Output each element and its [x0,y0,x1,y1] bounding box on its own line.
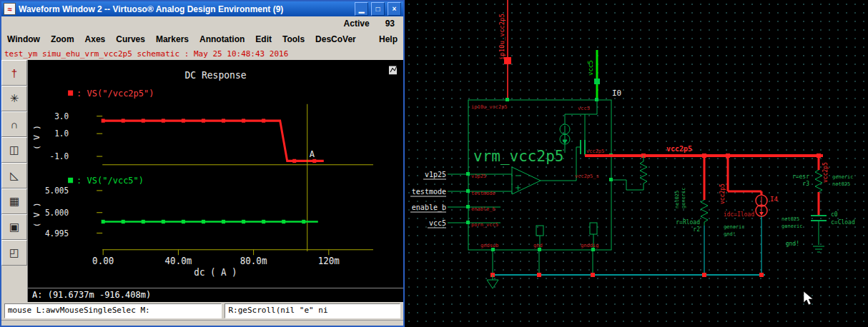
schematic-labels: ip10u_vcc2p5vcc5I0ip10u_vcc2p5vcc5vrm_vc… [412,14,855,248]
schematic-label: v1p25 [425,171,446,178]
screen: ≈ Waveform Window 2 -- Virtuoso® Analog … [0,0,868,327]
schematic-label: vcc2p5 [822,162,829,183]
right-binding-field: R:geScroll(nil "e" ni [225,303,400,318]
vcc2p5-net[interactable] [585,156,823,216]
plot-corner-icon[interactable] [389,66,397,75]
slope-marker-icon[interactable]: ◺ [1,163,27,188]
trace-vcc2p5[interactable] [103,121,324,161]
x-tick: 0.00 [92,256,114,266]
window-resize-edge[interactable] [1,320,403,326]
active-count: 93 [385,19,395,29]
x-axis [102,250,373,255]
window-title: Waveform Window 2 -- Virtuoso® Analog De… [19,4,352,14]
y2-axis-label: ( V ) [31,202,41,227]
legend1-swatch [68,91,73,96]
probe-icon[interactable]: † [1,60,27,86]
left-toolbar: † ✳ ∩ ◫ ◺ ▦ ▣ ◰ [1,60,28,302]
schematic-label: gnd! [724,231,736,237]
schematic-label: vcc2p5 [666,145,692,153]
schematic-label: r2 [693,226,700,233]
schematic-label: vcc2p5 [586,149,604,154]
y1-axis-label: ( V ) [31,125,41,150]
schematic-label: testmode [471,191,495,196]
y1-tick: -1.0 [50,151,69,161]
titlebar[interactable]: ≈ Waveform Window 2 -- Virtuoso® Analog … [1,1,403,16]
marker-readout: A: (91.6737m -916.408m) [28,288,403,302]
schematic-window[interactable]: ip10u_vcc2p5vcc5I0ip10u_vcc2p5vcc5vrm_vc… [405,0,868,327]
minimize-button[interactable]: ▁ [355,2,368,16]
schematic-label: vcc2p5_s [575,173,599,179]
menu-curves[interactable]: Curves [116,34,145,44]
schematic-label: generic [724,224,745,230]
maximize-button[interactable]: □ [371,2,385,16]
menu-axes[interactable]: Axes [85,34,106,44]
sense-resistor[interactable] [640,156,647,190]
x-tick: 80.0m [240,256,267,266]
legend2-swatch [68,178,73,183]
snowflake-icon[interactable]: ✳ [1,86,27,111]
menu-annotation[interactable]: Annotation [199,34,245,44]
schematic-label: vrm_vcc2p5 [473,148,563,165]
schematic-label: r=Rload [676,219,700,226]
schematic-label: idc=Iload [724,211,755,218]
mouse-bindings-field: mouse L:awvMouseSingleSelec M: [4,303,222,318]
menu-zoom[interactable]: Zoom [51,34,74,44]
plot-area[interactable]: DC Response : VS("/vcc2p5") 3.0 1.0 -1.0 [28,60,403,288]
legend1-label: : VS("/vcc2p5") [77,88,154,99]
x-tick: 40.0m [165,256,192,266]
waveform-plot[interactable]: DC Response : VS("/vcc2p5") 3.0 1.0 -1.0 [28,60,403,288]
schematic-label: c0 [831,211,838,218]
schematic-label: I4 [770,196,778,203]
schematic-label: generic [681,187,686,208]
schematic-label: net025 [781,216,799,222]
window-menu-icon[interactable]: ≈ [4,3,16,15]
copy-window-icon[interactable]: ▣ [1,214,27,240]
opamp-symbol[interactable] [512,167,541,194]
menu-edit[interactable]: Edit [255,34,272,44]
schematic-label: gndsub [480,243,498,248]
marker-a-label: A [310,149,315,159]
legend2-label: : VS("/vcc5") [77,175,144,186]
menu-descover[interactable]: DesCoVer [315,34,356,44]
schematic-canvas[interactable]: ip10u_vcc2p5vcc5I0ip10u_vcc2p5vcc5vrm_vc… [405,0,868,327]
status-bar: mouse L:awvMouseSingleSelec M: R:geScrol… [1,302,403,320]
schematic-label: ip10u_vcc2p5 [471,104,508,110]
load-current-source-i4[interactable] [756,195,767,273]
ground-symbol[interactable] [487,275,498,288]
y2-tick: 5.000 [45,208,69,218]
ground-rail[interactable] [493,251,765,275]
calculator-icon[interactable]: ▦ [1,188,27,214]
active-row: Active 93 [1,16,403,31]
y2-axis-ticks [97,191,102,233]
close-button[interactable]: × [388,2,401,16]
schematic-label: net025 [674,191,680,208]
schematic-label: gnddig [581,243,598,248]
schematic-label: enable_b [412,203,446,212]
y1-axis-ticks [97,116,373,165]
waveform-window: ≈ Waveform Window 2 -- Virtuoso® Analog … [0,0,405,327]
input-net-stubs[interactable] [448,174,466,223]
erase-icon[interactable]: ◰ [1,240,27,266]
menu-window[interactable]: Window [7,34,40,44]
magnet-icon[interactable]: ∩ [1,111,27,137]
menu-markers[interactable]: Markers [156,34,189,44]
x-tick: 120m [318,256,340,266]
schematic-label: porn_vcc5 [471,222,498,228]
schematic-label: I0 [612,89,621,98]
load-resistor-r2[interactable] [701,200,708,273]
schematic-label: r3 [802,181,809,187]
schematic-label: c=Cload [831,219,855,226]
vcc5-supply-branch[interactable] [594,50,600,99]
y2-tick: 5.005 [45,186,69,196]
schematic-label: generic [781,223,803,229]
x-axis-label: dc ( A ) [194,267,237,278]
menu-help[interactable]: Help [379,34,398,44]
schematic-label: ip10u_vcc2p5 [498,14,505,60]
mouse-cursor [804,291,813,305]
menu-tools[interactable]: Tools [282,34,305,44]
schematic-label: generic [832,174,854,180]
schematic-label: gnd [533,243,543,248]
schematic-label: v1p25 [471,173,486,179]
schematic-label: vcc5 [578,106,590,111]
strip-mode-icon[interactable]: ◫ [1,137,27,163]
